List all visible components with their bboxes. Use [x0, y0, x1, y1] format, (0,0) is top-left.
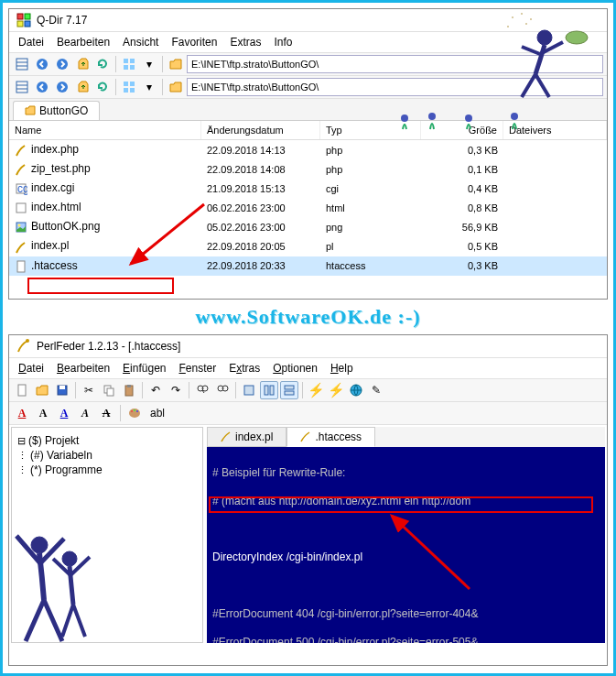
svg-rect-11 — [124, 65, 128, 70]
back-button-2[interactable] — [33, 78, 51, 96]
redo-button[interactable]: ↷ — [167, 381, 185, 399]
layout-button[interactable] — [120, 55, 138, 73]
project-tree[interactable]: ⊟ ($) Projekt ⋮ (#) Variabeln ⋮ (*) Prog… — [11, 427, 203, 643]
col-date[interactable]: Änderungsdatum — [201, 121, 320, 139]
menu-ansicht[interactable]: Ansicht — [123, 36, 158, 49]
file-date: 22.09.2018 14:13 — [201, 143, 320, 158]
run-button[interactable]: ⚡ — [307, 381, 325, 399]
layout-button-2[interactable] — [120, 78, 138, 96]
file-row[interactable]: ButtonOK.png05.02.2016 23:00png56,9 KB — [9, 217, 607, 236]
strike-button[interactable]: A — [97, 404, 115, 422]
panel1-button[interactable] — [240, 381, 258, 399]
svg-rect-12 — [130, 65, 135, 70]
file-row[interactable]: index.pl22.09.2018 20:05pl0,5 KB — [9, 236, 607, 256]
file-date: 05.02.2016 23:00 — [201, 220, 320, 234]
refresh-button-2[interactable] — [93, 78, 112, 96]
svg-rect-4 — [16, 59, 27, 70]
forward-button[interactable] — [53, 55, 71, 73]
save-button[interactable] — [53, 381, 71, 399]
folder-tab[interactable]: ButtonGO — [13, 101, 100, 120]
dropdown-button-2[interactable]: ▾ — [140, 78, 158, 96]
menu-bearbeiten[interactable]: Bearbeiten — [57, 36, 110, 49]
bold-button[interactable]: A — [34, 404, 52, 422]
address-bar-2[interactable] — [187, 78, 603, 96]
file-row[interactable]: index.php22.09.2018 14:13php0,3 KB — [9, 140, 607, 159]
tree-projekt[interactable]: ⊟ ($) Projekt — [17, 433, 197, 448]
file-name: .htaccess — [31, 259, 78, 272]
file-row[interactable]: index.html06.02.2016 23:00html0,8 KB — [9, 198, 607, 217]
menu-extras[interactable]: Extras — [230, 36, 261, 49]
italic-button[interactable]: A — [76, 404, 94, 422]
file-date: 21.09.2018 15:13 — [201, 181, 320, 196]
font-color-button[interactable]: A — [13, 404, 31, 422]
perlfeder-menubar: Datei Bearbeiten Einfügen Fenster Extras… — [9, 358, 607, 379]
folder-icon-2[interactable] — [167, 78, 185, 96]
file-name: index.php — [31, 143, 79, 156]
menu-info[interactable]: Info — [274, 36, 292, 49]
file-size: 0,3 KB — [421, 143, 503, 158]
perlfeder-titlebar[interactable]: PerlFeder 1.2.13 - [.htaccess] — [9, 335, 607, 358]
palette-button[interactable] — [125, 404, 144, 422]
col-name[interactable]: Name — [9, 121, 201, 139]
forward-button-2[interactable] — [53, 78, 71, 96]
tree-variabeln[interactable]: ⋮ (#) Variabeln — [17, 448, 197, 463]
file-row[interactable]: cgiindex.cgi21.09.2018 15:13cgi0,4 KB — [9, 179, 607, 198]
folder-icon[interactable] — [167, 55, 185, 73]
pf-menu-bearbeiten[interactable]: Bearbeiten — [57, 362, 110, 375]
col-extra[interactable]: Dateivers — [503, 121, 607, 139]
edit-button[interactable]: ✎ — [367, 381, 385, 399]
tree-programme[interactable]: ⋮ (*) Programme — [17, 463, 197, 477]
cut-button[interactable]: ✂ — [80, 381, 98, 399]
pf-menu-extras[interactable]: Extras — [229, 362, 260, 375]
menu-favoriten[interactable]: Favoriten — [171, 36, 217, 49]
panel3-button[interactable] — [280, 381, 298, 399]
back-button[interactable] — [33, 55, 51, 73]
svg-point-16 — [37, 82, 48, 93]
view-button-2[interactable] — [13, 78, 31, 96]
new-button[interactable] — [13, 381, 31, 399]
find-button[interactable] — [193, 381, 211, 399]
pf-menu-optionen[interactable]: Optionen — [273, 362, 318, 375]
file-size: 0,4 KB — [421, 181, 503, 196]
code-line: # Beispiel für Rewrite-Rule: — [212, 465, 600, 481]
open-button[interactable] — [33, 381, 51, 399]
col-type[interactable]: Typ — [320, 121, 421, 139]
abl-button[interactable]: abl — [146, 404, 168, 422]
up-button-2[interactable] — [73, 78, 92, 96]
file-row[interactable]: zip_test.php22.09.2018 14:08php0,1 KB — [9, 159, 607, 179]
up-button[interactable] — [73, 55, 92, 73]
refresh-button[interactable] — [93, 55, 112, 73]
tab-index-pl[interactable]: index.pl — [207, 427, 286, 447]
pf-menu-datei[interactable]: Datei — [18, 362, 44, 375]
svg-rect-34 — [107, 388, 113, 396]
copy-button[interactable] — [100, 381, 118, 399]
svg-rect-30 — [18, 385, 26, 396]
browser-button[interactable] — [347, 381, 365, 399]
address-bar-1[interactable] — [187, 55, 603, 73]
file-size: 0,8 KB — [421, 201, 503, 215]
paste-button[interactable] — [120, 381, 138, 399]
separator — [120, 405, 121, 421]
pf-menu-help[interactable]: Help — [330, 362, 353, 375]
menu-datei[interactable]: Datei — [18, 36, 44, 49]
file-size: 0,5 KB — [421, 239, 503, 254]
svg-point-49 — [131, 410, 133, 412]
undo-button[interactable]: ↶ — [146, 381, 165, 399]
run2-button[interactable]: ⚡ — [327, 381, 345, 399]
code-editor[interactable]: # Beispiel für Rewrite-Rule: # (macht au… — [207, 447, 605, 643]
panel2-button[interactable] — [260, 381, 278, 399]
view-button[interactable] — [13, 55, 31, 73]
pf-menu-einfuegen[interactable]: Einfügen — [123, 362, 166, 375]
qdir-titlebar[interactable]: Q-Dir 7.17 — [9, 9, 607, 32]
replace-button[interactable] — [213, 381, 232, 399]
dropdown-button[interactable]: ▾ — [140, 55, 158, 73]
col-size[interactable]: Größe — [421, 121, 503, 139]
feather-icon — [300, 431, 311, 442]
file-row[interactable]: .htaccess22.09.2018 20:33htaccess0,3 KB — [9, 256, 607, 276]
qdir-toolbar-1: ▾ — [9, 53, 607, 76]
svg-rect-2 — [17, 21, 23, 27]
svg-rect-9 — [124, 59, 128, 63]
tab-htaccess[interactable]: .htaccess — [286, 427, 375, 447]
pf-menu-fenster[interactable]: Fenster — [178, 362, 216, 375]
underline-button[interactable]: A — [55, 404, 73, 422]
